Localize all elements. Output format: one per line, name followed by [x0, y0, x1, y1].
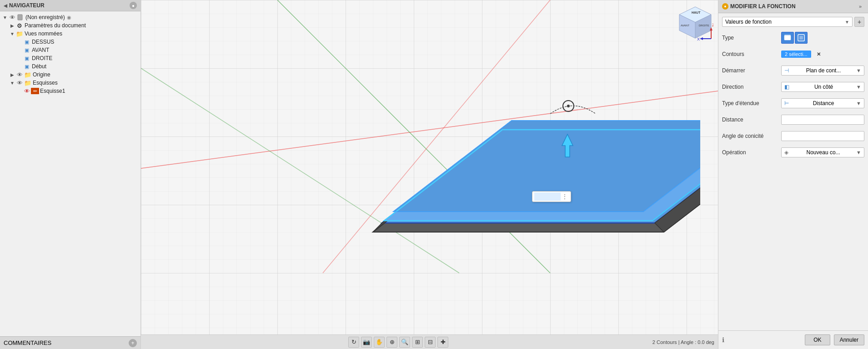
tree-label-origine: Origine [33, 71, 50, 78]
gear-icon: ⚙ [15, 22, 24, 29]
info-icon: ℹ [722, 336, 724, 344]
folder-icon-origine: 📁 [24, 71, 32, 78]
panel-body: Valeurs de fonction ▼ + Type [718, 13, 868, 330]
angle-control: 0.0 deg [781, 131, 864, 141]
tree-item-esquisses[interactable]: ▼ 👁 📁 Esquisses [0, 79, 140, 87]
expand-esquisses[interactable]: ▼ [9, 80, 15, 86]
direction-dropdown[interactable]: ◧ Un côté ▼ [781, 82, 864, 92]
operation-value: Nouveau co... [807, 149, 840, 156]
distance-input[interactable]: 2 mm [534, 192, 561, 201]
svg-text:HAUT: HAUT [692, 11, 701, 14]
svg-rect-0 [18, 15, 22, 20]
svg-text:AVANT: AVANT [681, 24, 689, 27]
form-row-angle: Angle de conicité 0.0 deg [722, 130, 864, 142]
eye-icon-esquisse1[interactable]: 👁 [23, 88, 31, 94]
eye-icon-origine[interactable]: 👁 [15, 71, 24, 78]
cancel-button[interactable]: Annuler [834, 334, 864, 345]
type-etendue-dropdown[interactable]: ⊢ Distance ▼ [781, 98, 864, 108]
view-options-button[interactable]: ⊞ [412, 337, 423, 348]
cam-icon-droite: ▣ [23, 55, 31, 61]
sidebar-close-button[interactable]: ● [130, 2, 137, 9]
pan-tool-button[interactable]: ✋ [374, 337, 385, 348]
operation-label: Opération [722, 149, 781, 156]
type-buttons [781, 32, 808, 44]
expand-vues[interactable]: ▼ [9, 30, 15, 37]
tree-label-vues: Vues nommées [25, 30, 62, 37]
form-row-type: Type [722, 31, 864, 44]
panel-dropdown-row: Valeurs de fonction ▼ + [722, 17, 864, 27]
nav-cube[interactable]: HAUT DROITE AVANT Z X [677, 5, 713, 41]
panel-header-icon: ● [722, 3, 728, 10]
demarrer-icon: ⊣ [784, 67, 789, 74]
type-etendue-label: Type d'étendue [722, 100, 781, 106]
angle-label: Angle de conicité [722, 133, 781, 139]
type-etendue-value: Distance [813, 100, 834, 106]
comments-label: COMMENTAIRES [4, 339, 51, 346]
tree-label-droite: DROITE [32, 55, 52, 61]
right-panel-header: ● MODIFIER LA FONCTION » [718, 0, 868, 13]
zoom-fit-button[interactable]: ⊕ [386, 337, 397, 348]
contours-control: 2 sélecti... ✕ [781, 51, 864, 58]
contours-label: Contours [722, 51, 781, 57]
sidebar-bottom: COMMENTAIRES + [0, 336, 140, 349]
tree-content: ▼ 👁 (Non enregistré) ◉ ▶ ⚙ Paramètres du… [0, 11, 140, 336]
dropdown-chevron-icon: ▼ [845, 20, 849, 25]
zoom-in-button[interactable]: 🔍 [399, 337, 410, 348]
tree-item-dessus[interactable]: ▶ ▣ DESSUS [0, 38, 140, 46]
demarrer-label: Démarrer [722, 67, 781, 74]
display-mode-button[interactable]: ⊟ [425, 337, 436, 348]
cam-icon-avant: ▣ [23, 47, 31, 53]
sidebar: ◀ NAVIGATEUR ● ▼ 👁 (Non enregistré) ◉ ▶ [0, 0, 141, 349]
contours-badge-text: 2 sélecti... [785, 51, 808, 57]
function-values-dropdown[interactable]: Valeurs de fonction ▼ [722, 17, 853, 27]
eye-icon-root[interactable]: 👁 [8, 14, 16, 20]
eye-icon-esquisses[interactable]: 👁 [15, 80, 24, 86]
type-btn-2[interactable] [795, 32, 808, 44]
distance-field[interactable]: 2 mm [781, 115, 864, 125]
distance-popup-menu[interactable]: ⋮ [561, 193, 569, 200]
contours-badge: 2 sélecti... [781, 51, 811, 58]
ok-button[interactable]: OK [805, 334, 830, 345]
demarrer-dropdown[interactable]: ⊣ Plan de cont... ▼ [781, 66, 864, 76]
viewport[interactable]: 2 mm ⋮ HAUT DROITE AVANT Z X [141, 0, 718, 349]
operation-dropdown[interactable]: ◈ Nouveau co... ▼ [781, 147, 864, 157]
rotate-tool-button[interactable]: ↻ [348, 337, 359, 348]
type-control [781, 32, 864, 44]
contours-close-btn[interactable]: ✕ [813, 51, 824, 58]
add-comment-button[interactable]: + [129, 339, 137, 347]
tree-item-avant[interactable]: ▶ ▣ AVANT [0, 46, 140, 54]
eye-icon-root2[interactable]: ◉ [67, 15, 71, 20]
panel-expand-btn[interactable]: » [856, 2, 864, 10]
camera-button[interactable]: 📷 [361, 337, 372, 348]
svg-text:Z: Z [712, 23, 713, 27]
direction-chevron-icon: ▼ [856, 84, 861, 90]
svg-marker-28 [700, 37, 703, 40]
right-panel: ● MODIFIER LA FONCTION » Valeurs de fonc… [718, 0, 868, 349]
distance-control: 2 mm [781, 115, 864, 125]
tree-item-origine[interactable]: ▶ 👁 📁 Origine [0, 71, 140, 79]
cam-icon-dessus: ▣ [23, 39, 31, 45]
axes-button[interactable]: ✚ [437, 337, 448, 348]
demarrer-chevron-icon: ▼ [856, 68, 861, 73]
panel-add-button[interactable]: + [854, 17, 864, 27]
type-btn-1[interactable] [781, 32, 794, 44]
expand-origine[interactable]: ▶ [9, 71, 15, 78]
toolbar-center: ↻ 📷 ✋ ⊕ 🔍 ⊞ ⊟ ✚ [348, 337, 448, 348]
sidebar-title-text: NAVIGATEUR [9, 2, 45, 9]
status-text: 2 Contours | Angle : 0.0 deg [652, 339, 714, 345]
expand-params[interactable]: ▶ [9, 22, 15, 29]
angle-field[interactable]: 0.0 deg [781, 131, 864, 141]
tree-item-root[interactable]: ▼ 👁 (Non enregistré) ◉ [0, 13, 140, 21]
tree-item-droite[interactable]: ▶ ▣ DROITE [0, 54, 140, 62]
tree-item-vues[interactable]: ▼ 📁 Vues nommées [0, 30, 140, 38]
tree-label-esquisse1: Esquisse1 [40, 88, 65, 94]
expand-root[interactable]: ▼ [2, 14, 8, 20]
form-row-contours: Contours 2 sélecti... ✕ [722, 48, 864, 61]
tree-label-debut: Début [32, 63, 46, 70]
svg-rect-31 [784, 35, 791, 36]
tree-item-debut[interactable]: ▶ ▣ Début [0, 62, 140, 71]
tree-item-params[interactable]: ▶ ⚙ Paramètres du document [0, 21, 140, 30]
tree-item-esquisse1[interactable]: ▶ 👁 ✏ Esquisse1 [0, 87, 140, 95]
type-etendue-chevron-icon: ▼ [856, 101, 861, 106]
operation-chevron-icon: ▼ [856, 150, 861, 155]
